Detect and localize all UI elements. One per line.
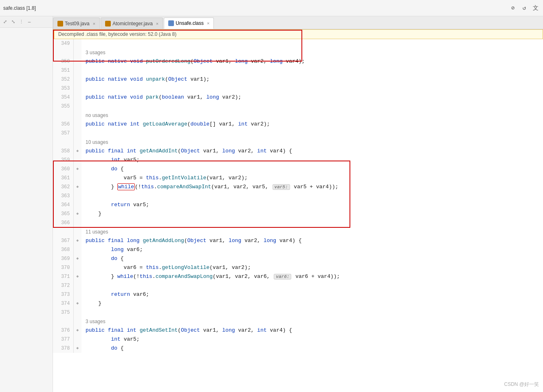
refresh-icon[interactable]: ↺: [520, 4, 528, 12]
gutter: ◆: [73, 165, 81, 174]
code-cell: public final long getAndAddLong(Object v…: [81, 236, 543, 245]
table-row: 370 var6 = this.getLongVolatile(var1, va…: [53, 263, 543, 272]
table-row: 364 return var5;: [53, 200, 543, 209]
tab-test09-label: Test09.java: [65, 21, 90, 26]
main-panel: Test09.java × AtomicInteger.java × Unsaf…: [53, 16, 543, 392]
code-cell: public final int getAndSetInt(Object var…: [81, 326, 543, 335]
tab-test09[interactable]: Test09.java ×: [53, 18, 100, 29]
line-num: 373: [53, 290, 73, 299]
table-row: 377 int var5;: [53, 335, 543, 344]
gutter: [73, 102, 81, 111]
line-num: 355: [53, 102, 73, 111]
code-cell: [81, 39, 543, 48]
panel-toolbar: ⤢ ⤡ ⋮ —: [0, 16, 53, 28]
inline-hint: var5:: [273, 184, 290, 190]
tab-unsafe-close[interactable]: ×: [207, 21, 209, 26]
gutter: [73, 335, 81, 344]
gutter: [73, 317, 81, 326]
code-cell: do {: [81, 344, 543, 353]
gutter: [73, 39, 81, 48]
gutter: [73, 66, 81, 75]
code-cell: public native int getLoadAverage(double[…: [81, 120, 543, 129]
gutter: ◆: [73, 272, 81, 281]
line-num: 370: [53, 263, 73, 272]
info-bar-text: Decompiled .class file, bytecode version…: [58, 31, 176, 37]
code-cell: return var6;: [81, 290, 543, 299]
inline-hint-2: var6:: [274, 274, 291, 280]
line-num: 363: [53, 192, 73, 200]
table-row: 358 ◆ public final int getAndAddInt(Obje…: [53, 147, 543, 156]
usages-label: 3 usages: [81, 48, 543, 57]
table-row: 366: [53, 218, 543, 227]
class-file-icon: [168, 20, 174, 26]
code-cell: } while(!this.compareAndSwapLong(var1, v…: [81, 272, 543, 281]
while-keyword-highlight: while: [117, 183, 135, 190]
gutter: [73, 120, 81, 129]
gutter: [73, 281, 81, 290]
gutter: ◆: [73, 183, 81, 192]
code-cell: }: [81, 209, 543, 218]
usages-label: no usages: [81, 111, 543, 120]
line-num: 349: [53, 39, 73, 48]
minimize-icon[interactable]: —: [26, 19, 33, 25]
gutter: [73, 84, 81, 93]
line-num: 362: [53, 183, 73, 192]
left-panel: ⤢ ⤡ ⋮ —: [0, 16, 53, 392]
line-num: 378: [53, 344, 73, 353]
gutter: [73, 75, 81, 84]
close-icon[interactable]: ⊘: [509, 4, 517, 12]
editor-area: ⤢ ⤡ ⋮ — Test09.java × AtomicInteger.java…: [0, 16, 543, 392]
line-num: [53, 317, 73, 326]
line-num: 354: [53, 93, 73, 102]
code-cell: } while(!this.compareAndSwapInt(var1, va…: [81, 183, 543, 192]
line-num: [53, 138, 73, 147]
tab-atomicinteger-label: AtomicInteger.java: [112, 21, 153, 26]
line-num: 352: [53, 75, 73, 84]
info-bar: Decompiled .class file, bytecode version…: [53, 29, 543, 39]
line-num: 357: [53, 129, 73, 138]
gutter: ◆: [73, 236, 81, 245]
gutter: [73, 57, 81, 66]
gutter: ◆: [73, 147, 81, 156]
line-num: [53, 48, 73, 57]
code-cell: do {: [81, 165, 543, 174]
gutter: [73, 290, 81, 299]
line-num: 365: [53, 209, 73, 218]
table-row: 10 usages: [53, 138, 543, 147]
gutter: [73, 174, 81, 183]
line-num: [53, 111, 73, 120]
tab-unsafe[interactable]: Unsafe.class ×: [164, 18, 214, 29]
tab-atomicinteger[interactable]: AtomicInteger.java ×: [101, 18, 163, 29]
expand-icon[interactable]: ⤢: [2, 19, 8, 25]
table-row: 352 public native void unpark(Object var…: [53, 75, 543, 84]
line-num: 376: [53, 326, 73, 335]
gutter: ◆: [73, 344, 81, 353]
line-num: 359: [53, 156, 73, 165]
tab-bar: Test09.java × AtomicInteger.java × Unsaf…: [53, 16, 543, 29]
code-cell: [81, 308, 543, 317]
table-row: 349: [53, 39, 543, 48]
tab-atomicinteger-close[interactable]: ×: [156, 21, 158, 26]
line-num: 351: [53, 66, 73, 75]
table-row: 369 ◆ do {: [53, 254, 543, 263]
table-row: 368 long var6;: [53, 245, 543, 254]
line-num: 372: [53, 281, 73, 290]
tab-unsafe-label: Unsafe.class: [176, 20, 204, 26]
code-cell: public final int getAndAddInt(Object var…: [81, 147, 543, 156]
table-row: 374 ◆ }: [53, 299, 543, 308]
tab-test09-close[interactable]: ×: [93, 21, 95, 26]
line-num: 350: [53, 57, 73, 66]
code-cell: [81, 281, 543, 290]
java-file-icon-2: [105, 21, 111, 26]
gutter: ◆: [73, 209, 81, 218]
window-title: safe.class [1.8]: [3, 5, 36, 11]
menu-icon[interactable]: ⋮: [18, 19, 24, 25]
translate-icon[interactable]: 文: [532, 4, 540, 12]
code-cell: int var5;: [81, 335, 543, 344]
table-row: 362 ◆ } while(!this.compareAndSwapInt(va…: [53, 183, 543, 192]
line-num: 360: [53, 165, 73, 174]
code-scroll[interactable]: 349 3 usages 350: [53, 39, 543, 392]
table-row: 357: [53, 129, 543, 138]
line-num: 361: [53, 174, 73, 183]
shrink-icon[interactable]: ⤡: [10, 19, 16, 25]
